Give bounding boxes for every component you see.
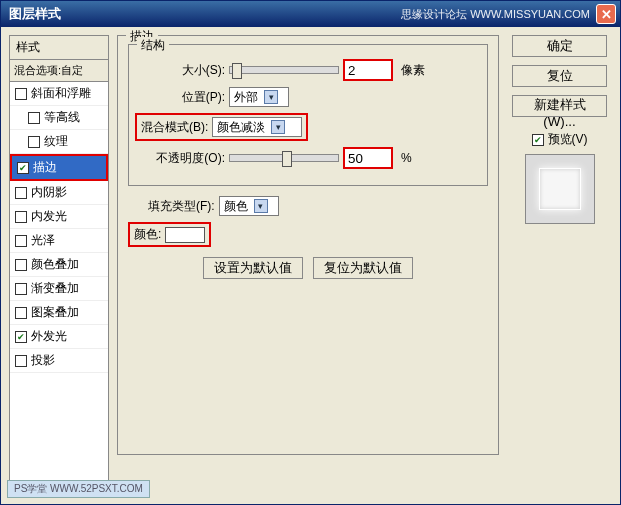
style-item-9[interactable]: 图案叠加 — [10, 301, 108, 325]
color-label: 颜色: — [134, 226, 161, 243]
checkbox-icon[interactable] — [15, 88, 27, 100]
style-item-5[interactable]: 内发光 — [10, 205, 108, 229]
style-item-label: 外发光 — [31, 328, 67, 345]
blend-mode-label: 混合模式(B): — [141, 119, 208, 136]
blend-mode-select[interactable]: 颜色减淡 ▾ — [212, 117, 302, 137]
brand-text: 思缘设计论坛 WWW.MISSYUAN.COM — [401, 7, 590, 22]
watermark: PS学堂 WWW.52PSXT.COM — [7, 480, 150, 498]
set-default-button[interactable]: 设置为默认值 — [203, 257, 303, 279]
opacity-slider[interactable] — [229, 154, 339, 162]
checkbox-icon[interactable] — [15, 187, 27, 199]
style-item-label: 图案叠加 — [31, 304, 79, 321]
opacity-label: 不透明度(O): — [135, 150, 225, 167]
chevron-down-icon: ▾ — [264, 90, 278, 104]
reset-default-button[interactable]: 复位为默认值 — [313, 257, 413, 279]
checkbox-icon[interactable] — [15, 235, 27, 247]
style-item-3[interactable]: 描边 — [10, 154, 108, 181]
checkbox-icon[interactable] — [15, 355, 27, 367]
dialog-title: 图层样式 — [9, 5, 61, 23]
structure-title: 结构 — [137, 37, 169, 54]
titlebar: 图层样式 思缘设计论坛 WWW.MISSYUAN.COM ✕ — [1, 1, 620, 27]
structure-group: 结构 大小(S): 像素 位置(P): 外部 ▾ — [128, 44, 488, 186]
position-select[interactable]: 外部 ▾ — [229, 87, 289, 107]
styles-list: 样式 混合选项:自定 斜面和浮雕等高线纹理描边内阴影内发光光泽颜色叠加渐变叠加图… — [9, 35, 109, 496]
style-item-label: 内阴影 — [31, 184, 67, 201]
checkbox-icon[interactable] — [15, 259, 27, 271]
blend-options-item[interactable]: 混合选项:自定 — [10, 60, 108, 82]
style-item-label: 纹理 — [44, 133, 68, 150]
size-unit: 像素 — [401, 62, 425, 79]
style-item-10[interactable]: 外发光 — [10, 325, 108, 349]
checkbox-icon[interactable] — [28, 136, 40, 148]
style-item-label: 投影 — [31, 352, 55, 369]
style-item-6[interactable]: 光泽 — [10, 229, 108, 253]
style-item-1[interactable]: 等高线 — [10, 106, 108, 130]
style-item-label: 等高线 — [44, 109, 80, 126]
preview-checkbox[interactable]: 预览(V) — [532, 131, 588, 148]
checkbox-icon[interactable] — [15, 307, 27, 319]
size-input[interactable] — [343, 59, 393, 81]
new-style-button[interactable]: 新建样式(W)... — [512, 95, 607, 117]
opacity-input[interactable] — [343, 147, 393, 169]
checkbox-icon[interactable] — [15, 331, 27, 343]
position-label: 位置(P): — [135, 89, 225, 106]
checkbox-icon[interactable] — [28, 112, 40, 124]
stroke-panel: 描边 结构 大小(S): 像素 位置(P): 外部 ▾ — [117, 35, 499, 455]
styles-header: 样式 — [10, 36, 108, 60]
style-item-label: 描边 — [33, 159, 57, 176]
ok-button[interactable]: 确定 — [512, 35, 607, 57]
layer-style-dialog: 图层样式 思缘设计论坛 WWW.MISSYUAN.COM ✕ 样式 混合选项:自… — [0, 0, 621, 505]
style-item-0[interactable]: 斜面和浮雕 — [10, 82, 108, 106]
style-item-11[interactable]: 投影 — [10, 349, 108, 373]
style-item-label: 斜面和浮雕 — [31, 85, 91, 102]
size-slider[interactable] — [229, 66, 339, 74]
close-button[interactable]: ✕ — [596, 4, 616, 24]
style-item-label: 渐变叠加 — [31, 280, 79, 297]
filltype-select[interactable]: 颜色 ▾ — [219, 196, 279, 216]
filltype-label: 填充类型(F): — [148, 198, 215, 215]
opacity-unit: % — [401, 151, 412, 165]
style-item-2[interactable]: 纹理 — [10, 130, 108, 154]
cancel-button[interactable]: 复位 — [512, 65, 607, 87]
preview-thumbnail — [525, 154, 595, 224]
style-item-label: 光泽 — [31, 232, 55, 249]
size-label: 大小(S): — [135, 62, 225, 79]
checkbox-icon[interactable] — [15, 283, 27, 295]
style-item-label: 内发光 — [31, 208, 67, 225]
chevron-down-icon: ▾ — [254, 199, 268, 213]
style-item-7[interactable]: 颜色叠加 — [10, 253, 108, 277]
style-item-label: 颜色叠加 — [31, 256, 79, 273]
checkbox-icon[interactable] — [17, 162, 29, 174]
checkbox-icon[interactable] — [15, 211, 27, 223]
style-item-4[interactable]: 内阴影 — [10, 181, 108, 205]
chevron-down-icon: ▾ — [271, 120, 285, 134]
style-item-8[interactable]: 渐变叠加 — [10, 277, 108, 301]
color-swatch[interactable] — [165, 227, 205, 243]
check-icon — [532, 134, 544, 146]
